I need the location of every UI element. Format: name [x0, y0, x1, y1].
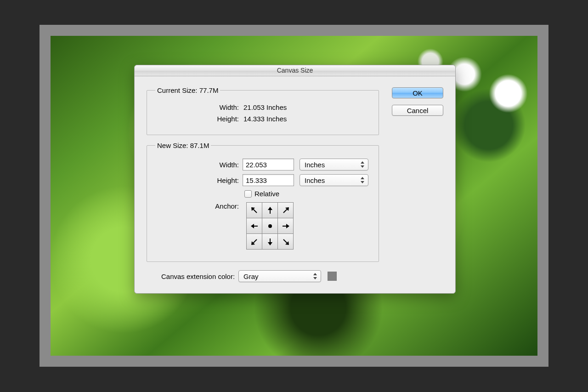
svg-marker-3 [268, 207, 272, 210]
dialog-body: Current Size: 77.7M Width: 21.053 Inches… [135, 76, 455, 293]
arrow-up-right-icon [281, 206, 290, 215]
new-height-label: Height: [155, 176, 243, 184]
canvas-size-dialog: Canvas Size Current Size: 77.7M Width: 2… [134, 65, 456, 294]
arrow-right-icon [281, 222, 290, 231]
arrow-up-icon [266, 206, 275, 215]
height-unit-select[interactable]: Inches [300, 174, 368, 186]
canvas-extension-row: Canvas extension color: Gray [161, 270, 379, 282]
svg-marker-7 [251, 224, 254, 228]
new-size-legend: New Size: 87.1M [155, 142, 211, 149]
new-height-input[interactable] [243, 174, 294, 186]
svg-marker-14 [268, 242, 272, 245]
current-width-label: Width: [155, 103, 243, 111]
stepper-icon [313, 273, 318, 279]
canvas-extension-label: Canvas extension color: [161, 273, 235, 280]
relative-checkbox[interactable] [244, 190, 252, 198]
width-unit-select[interactable]: Inches [300, 159, 368, 170]
current-size-legend: Current Size: 77.7M [155, 86, 220, 94]
relative-checkbox-row: Relative [244, 190, 370, 198]
cancel-button[interactable]: Cancel [392, 105, 443, 116]
height-unit-value: Inches [305, 176, 325, 184]
relative-label: Relative [254, 190, 279, 198]
new-size-group: New Size: 87.1M Width: Inches Height: In… [147, 142, 379, 262]
new-width-input[interactable] [243, 159, 294, 170]
dialog-left-column: Current Size: 77.7M Width: 21.053 Inches… [147, 86, 379, 282]
anchor-bottom[interactable] [262, 234, 277, 249]
dialog-button-column: OK Cancel [392, 86, 443, 116]
dialog-title: Canvas Size [277, 67, 313, 74]
anchor-right[interactable] [278, 218, 293, 233]
canvas-extension-swatch[interactable] [328, 272, 337, 281]
arrow-left-icon [250, 222, 259, 231]
new-width-label: Width: [155, 161, 243, 169]
arrow-down-right-icon [281, 237, 290, 246]
svg-marker-10 [286, 224, 289, 228]
current-size-group: Current Size: 77.7M Width: 21.053 Inches… [147, 86, 379, 135]
stepper-icon [361, 161, 365, 168]
anchor-left[interactable] [247, 218, 262, 233]
stepper-icon [361, 177, 365, 183]
current-height-label: Height: [155, 115, 243, 123]
anchor-top[interactable] [262, 203, 277, 218]
svg-point-8 [268, 224, 272, 228]
canvas-extension-select[interactable]: Gray [238, 270, 321, 282]
anchor-label: Anchor: [155, 202, 243, 210]
anchor-center-dot-icon [266, 222, 275, 231]
arrow-down-left-icon [250, 237, 259, 246]
anchor-top-right[interactable] [278, 203, 293, 218]
width-unit-value: Inches [305, 161, 325, 169]
arrow-down-icon [266, 237, 275, 246]
anchor-bottom-right[interactable] [278, 234, 293, 249]
anchor-grid [246, 202, 294, 250]
arrow-up-left-icon [250, 206, 259, 215]
current-width-value: 21.053 Inches [243, 103, 287, 111]
current-height-value: 14.333 Inches [243, 115, 287, 123]
canvas-extension-value: Gray [243, 273, 259, 280]
anchor-center[interactable] [262, 218, 277, 233]
anchor-bottom-left[interactable] [247, 234, 262, 249]
dialog-titlebar[interactable]: Canvas Size [135, 65, 455, 76]
ok-button[interactable]: OK [392, 87, 443, 98]
anchor-top-left[interactable] [247, 203, 262, 218]
